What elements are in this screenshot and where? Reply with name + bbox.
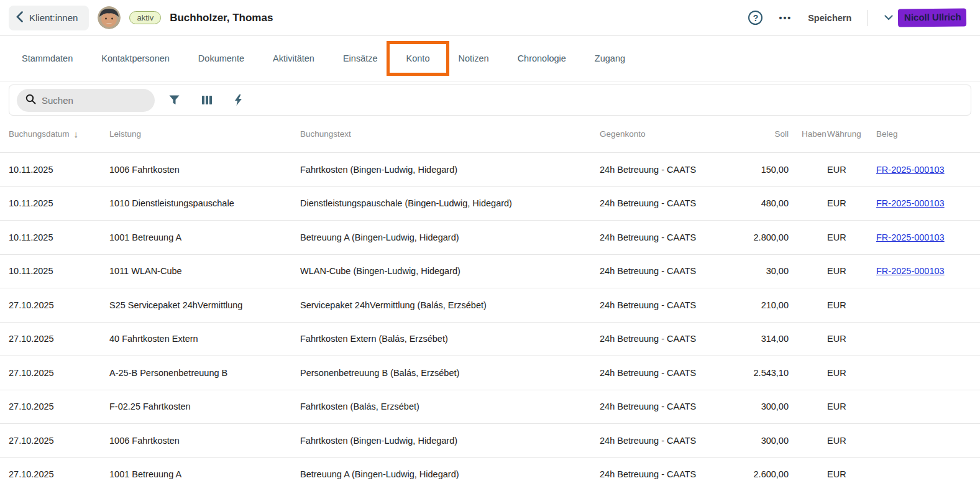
cell-waehrung: EUR: [827, 334, 866, 344]
cell-beleg[interactable]: FR-2025-000103: [866, 198, 971, 208]
avatar[interactable]: [98, 6, 121, 29]
column-header-gegenkonto[interactable]: Gegenkonto: [600, 129, 753, 139]
cell-buchungsdatum: 10.11.2025: [9, 198, 109, 208]
table-row[interactable]: 10.11.20251006 FahrtkostenFahrtkosten (B…: [0, 152, 980, 186]
column-header-leistung[interactable]: Leistung: [109, 129, 300, 139]
cell-buchungsdatum: 27.10.2025: [9, 469, 109, 479]
table-row[interactable]: 10.11.20251010 DienstleistungspauschaleD…: [0, 186, 980, 221]
column-header-beleg[interactable]: Beleg: [866, 129, 971, 139]
tab-zugang[interactable]: Zugang: [580, 36, 639, 81]
header-divider: [868, 10, 868, 26]
column-chooser-button[interactable]: [194, 90, 220, 110]
search-icon: [25, 94, 36, 107]
cell-gegenkonto: 24h Betreuung - CAATS: [600, 469, 753, 479]
cell-leistung: 1001 Betreuung A: [109, 469, 300, 479]
cell-buchungsdatum: 10.11.2025: [9, 165, 109, 175]
filter-button[interactable]: [161, 90, 188, 110]
cell-leistung: F-02.25 Fahrtkosten: [109, 402, 300, 411]
search-input[interactable]: [42, 95, 135, 106]
cell-leistung: 1010 Dienstleistungspauschale: [109, 198, 300, 208]
cell-beleg[interactable]: FR-2025-000103: [866, 165, 971, 175]
cell-gegenkonto: 24h Betreuung - CAATS: [600, 198, 753, 208]
tab-konto[interactable]: Konto: [392, 36, 444, 81]
cell-leistung: 1006 Fahrtkosten: [109, 165, 300, 175]
search-box[interactable]: [17, 89, 155, 112]
cell-waehrung: EUR: [827, 232, 866, 242]
back-chevron-icon: [16, 11, 23, 24]
tab-notizen[interactable]: Notizen: [444, 36, 503, 81]
cell-soll: 210,00: [753, 300, 789, 310]
beleg-link[interactable]: FR-2025-000103: [876, 165, 945, 175]
save-button[interactable]: Speichern: [808, 13, 851, 23]
cell-waehrung: EUR: [827, 165, 866, 175]
table-row[interactable]: 27.10.20251001 Betreuung ABetreuung A (B…: [0, 457, 980, 491]
cell-beleg[interactable]: FR-2025-000103: [866, 232, 971, 242]
user-menu-button[interactable]: Nicoll Ullrich: [884, 9, 966, 27]
cell-waehrung: EUR: [827, 198, 866, 208]
tab-bar: StammdatenKontaktpersonenDokumenteAktivi…: [0, 36, 980, 81]
cell-buchungstext: Servicepaket 24hVermittlung (Balás, Erzs…: [300, 300, 600, 310]
cell-soll: 314,00: [753, 334, 789, 344]
table-row[interactable]: 27.10.202540 Fahrtkosten ExternFahrtkost…: [0, 322, 980, 356]
cell-leistung: 1011 WLAN-Cube: [109, 266, 300, 276]
table-row[interactable]: 27.10.2025A-25-B Personenbetreuung BPers…: [0, 356, 980, 390]
cell-waehrung: EUR: [827, 266, 866, 276]
cell-buchungsdatum: 27.10.2025: [9, 300, 109, 310]
column-header-waehrung[interactable]: Währung: [827, 129, 866, 139]
cell-soll: 2.600,00: [753, 469, 789, 479]
cell-leistung: 1001 Betreuung A: [109, 232, 300, 242]
table-row[interactable]: 10.11.20251001 Betreuung ABetreuung A (B…: [0, 220, 980, 254]
column-header-buchungstext[interactable]: Buchungstext: [300, 129, 600, 139]
tab-einsätze[interactable]: Einsätze: [329, 36, 392, 81]
cell-buchungstext: Fahrtkosten (Bingen-Ludwig, Hidegard): [300, 165, 600, 175]
column-header-label: Buchungsdatum: [9, 129, 70, 139]
tab-kontaktpersonen[interactable]: Kontaktpersonen: [87, 36, 184, 81]
cell-beleg[interactable]: FR-2025-000103: [866, 266, 971, 276]
cell-waehrung: EUR: [827, 402, 866, 411]
tab-chronologie[interactable]: Chronologie: [503, 36, 580, 81]
table-row[interactable]: 27.10.2025F-02.25 FahrtkostenFahrtkosten…: [0, 390, 980, 424]
beleg-link[interactable]: FR-2025-000103: [876, 266, 945, 276]
table-row[interactable]: 10.11.20251011 WLAN-CubeWLAN-Cube (Binge…: [0, 254, 980, 288]
cell-soll: 150,00: [753, 165, 789, 175]
lightning-bolt-icon: [234, 94, 242, 106]
cell-soll: 480,00: [753, 198, 789, 208]
cell-gegenkonto: 24h Betreuung - CAATS: [600, 266, 753, 276]
beleg-link[interactable]: FR-2025-000103: [876, 232, 945, 242]
table-header: Buchungsdatum ↓ Leistung Buchungstext Ge…: [0, 116, 980, 152]
cell-leistung: A-25-B Personenbetreuung B: [109, 368, 300, 378]
cell-buchungstext: Fahrtkosten Extern (Balás, Erzsébet): [300, 334, 600, 344]
cell-leistung: S25 Servicepaket 24hVermittlung: [109, 300, 300, 310]
back-button-label: Klient:innen: [29, 12, 78, 23]
flash-actions-button[interactable]: [226, 89, 250, 111]
tab-aktivitäten[interactable]: Aktivitäten: [259, 36, 329, 81]
sort-desc-icon[interactable]: ↓: [74, 129, 79, 139]
column-header-haben[interactable]: Haben: [789, 129, 827, 139]
tab-dokumente[interactable]: Dokumente: [184, 36, 259, 81]
cell-buchungsdatum: 27.10.2025: [9, 334, 109, 344]
table-toolbar: [9, 85, 971, 116]
user-name: Nicoll Ullrich: [898, 8, 966, 27]
cell-buchungstext: Fahrtkosten (Bingen-Ludwig, Hidegard): [300, 436, 600, 446]
cell-soll: 2.800,00: [753, 232, 789, 242]
tab-stammdaten[interactable]: Stammdaten: [7, 36, 87, 81]
column-header-soll[interactable]: Soll: [753, 129, 789, 139]
more-options-button[interactable]: •••: [779, 13, 792, 23]
cell-gegenkonto: 24h Betreuung - CAATS: [600, 402, 753, 411]
column-header-buchungsdatum[interactable]: Buchungsdatum ↓: [9, 129, 109, 139]
back-button[interactable]: Klient:innen: [9, 6, 89, 30]
cell-soll: 2.543,10: [753, 368, 789, 378]
beleg-link[interactable]: FR-2025-000103: [876, 198, 945, 208]
help-button[interactable]: ?: [748, 11, 762, 25]
table-row[interactable]: 27.10.20251006 FahrtkostenFahrtkosten (B…: [0, 423, 980, 457]
cell-waehrung: EUR: [827, 300, 866, 310]
cell-buchungsdatum: 27.10.2025: [9, 368, 109, 378]
cell-soll: 300,00: [753, 402, 789, 411]
cell-leistung: 40 Fahrtkosten Extern: [109, 334, 300, 344]
table-row[interactable]: 27.10.2025S25 Servicepaket 24hVermittlun…: [0, 288, 980, 322]
cell-buchungsdatum: 10.11.2025: [9, 232, 109, 242]
cell-buchungstext: Betreuung A (Bingen-Ludwig, Hidegard): [300, 469, 600, 479]
cell-soll: 30,00: [753, 266, 789, 276]
status-badge: aktiv: [129, 11, 161, 24]
cell-leistung: 1006 Fahrtkosten: [109, 436, 300, 446]
